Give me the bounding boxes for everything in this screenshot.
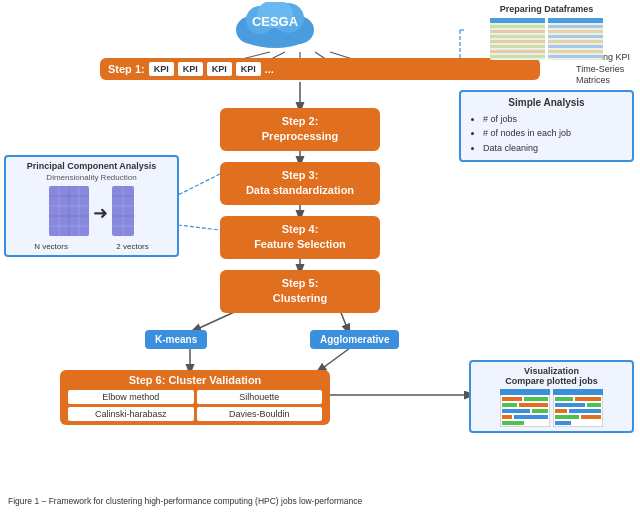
kpi-box-2: KPI xyxy=(178,62,203,76)
kpi-box-1: KPI xyxy=(149,62,174,76)
pca-n-vectors: N vectors xyxy=(34,242,68,251)
svg-rect-59 xyxy=(500,389,550,395)
df-thumb-1 xyxy=(490,18,545,60)
svg-rect-60 xyxy=(502,397,522,401)
pca-box: Principal Component Analysis Dimensional… xyxy=(4,155,179,257)
pca-arrow: ➜ xyxy=(93,202,108,224)
simple-analysis-list: # of jobs # of nodes in each job Data cl… xyxy=(469,112,624,155)
svg-rect-65 xyxy=(532,409,548,413)
step2-line2: Preprocessing xyxy=(232,129,368,144)
kmeans-box: K-means xyxy=(145,330,207,349)
step6-title: Step 6: Cluster Validation xyxy=(68,374,322,386)
viz-title: Visualization Compare plotted jobs xyxy=(475,366,628,386)
svg-rect-61 xyxy=(524,397,548,401)
svg-rect-62 xyxy=(502,403,517,407)
selecting-line2: Time-Series xyxy=(576,64,624,74)
svg-rect-30 xyxy=(490,35,545,38)
svg-rect-68 xyxy=(502,421,524,425)
svg-rect-40 xyxy=(548,40,603,43)
svg-rect-28 xyxy=(490,25,545,28)
svg-rect-72 xyxy=(575,397,601,401)
pca-title: Principal Component Analysis xyxy=(10,161,173,173)
agglomerative-label: Agglomerative xyxy=(320,334,389,345)
svg-rect-78 xyxy=(581,415,601,419)
caption-text: Figure 1 – Framework for clustering high… xyxy=(8,496,362,506)
cloud-area: CESGA xyxy=(230,2,320,56)
svg-line-13 xyxy=(178,174,220,195)
simple-item-3: Data cleaning xyxy=(483,141,624,155)
svg-rect-66 xyxy=(502,415,512,419)
step6-cell-3: Calinski-harabasz xyxy=(68,407,194,421)
step5-box: Step 5: Clustering xyxy=(220,270,380,313)
svg-rect-37 xyxy=(548,25,603,28)
simple-item-2: # of nodes in each job xyxy=(483,126,624,140)
svg-rect-75 xyxy=(555,409,567,413)
svg-rect-79 xyxy=(555,421,571,425)
step6-grid: Elbow method Silhouette Calinski-harabas… xyxy=(68,390,322,421)
svg-rect-26 xyxy=(490,18,545,60)
diagram-container: CESGA Step 1: KPI KPI KPI KPI ... Select… xyxy=(0,0,640,480)
svg-rect-39 xyxy=(548,35,603,38)
step6-cell-1: Elbow method xyxy=(68,390,194,404)
cloud-label: CESGA xyxy=(252,14,298,29)
pca-label-row: N vectors 2 vectors xyxy=(10,242,173,251)
visualization-box: Visualization Compare plotted jobs xyxy=(469,360,634,433)
svg-rect-31 xyxy=(490,40,545,43)
figure-caption: Figure 1 – Framework for clustering high… xyxy=(8,496,632,508)
agglomerative-box: Agglomerative xyxy=(310,330,399,349)
svg-rect-64 xyxy=(502,409,530,413)
cloud-shape: CESGA xyxy=(230,2,320,52)
step3-line2: Data standardization xyxy=(232,183,368,198)
svg-rect-43 xyxy=(548,55,603,58)
pca-two-vectors: 2 vectors xyxy=(116,242,148,251)
pca-content: ➜ xyxy=(10,186,173,240)
svg-rect-27 xyxy=(490,18,545,23)
viz-thumb-1 xyxy=(500,389,550,427)
pca-subtitle: Dimensionality Reduction xyxy=(10,173,173,182)
svg-rect-36 xyxy=(548,18,603,23)
step5-line2: Clustering xyxy=(232,291,368,306)
step6-cell-4: Davies-Bouldin xyxy=(197,407,323,421)
svg-rect-71 xyxy=(555,397,573,401)
step2-line1: Step 2: xyxy=(232,114,368,129)
step5-line1: Step 5: xyxy=(232,276,368,291)
preparing-area: Preparing Dataframes xyxy=(459,4,634,60)
svg-rect-33 xyxy=(490,50,545,53)
step4-box: Step 4: Feature Selection xyxy=(220,216,380,259)
step6-box: Step 6: Cluster Validation Elbow method … xyxy=(60,370,330,425)
step2-box: Step 2: Preprocessing xyxy=(220,108,380,151)
svg-rect-74 xyxy=(587,403,601,407)
kpi-box-3: KPI xyxy=(207,62,232,76)
svg-rect-29 xyxy=(490,30,545,33)
svg-rect-70 xyxy=(553,389,603,395)
step6-cell-2: Silhouette xyxy=(197,390,323,404)
step1-label: Step 1: xyxy=(108,63,145,75)
svg-rect-34 xyxy=(490,55,545,58)
svg-line-14 xyxy=(178,225,220,230)
pca-matrix-small xyxy=(112,186,134,240)
svg-rect-67 xyxy=(514,415,548,419)
pca-matrix-svg-large xyxy=(49,186,89,236)
simple-analysis-title: Simple Analysis xyxy=(469,97,624,108)
kpi-box-4: KPI xyxy=(236,62,261,76)
pca-matrix-large xyxy=(49,186,89,240)
step1-box: Step 1: KPI KPI KPI KPI ... xyxy=(100,58,540,80)
svg-line-12 xyxy=(320,348,350,370)
kpi-dots: ... xyxy=(265,63,274,75)
svg-rect-38 xyxy=(548,30,603,33)
viz-thumbnails xyxy=(475,389,628,427)
kmeans-label: K-means xyxy=(155,334,197,345)
svg-rect-63 xyxy=(519,403,548,407)
step3-line1: Step 3: xyxy=(232,168,368,183)
simple-analysis-box: Simple Analysis # of jobs # of nodes in … xyxy=(459,90,634,162)
selecting-line3: Matrices xyxy=(576,75,610,85)
svg-rect-41 xyxy=(548,45,603,48)
step3-box: Step 3: Data standardization xyxy=(220,162,380,205)
step4-line2: Feature Selection xyxy=(232,237,368,252)
svg-rect-32 xyxy=(490,45,545,48)
viz-thumb-2 xyxy=(553,389,603,427)
svg-rect-77 xyxy=(555,415,579,419)
svg-rect-76 xyxy=(569,409,601,413)
svg-rect-73 xyxy=(555,403,585,407)
preparing-label: Preparing Dataframes xyxy=(459,4,634,14)
